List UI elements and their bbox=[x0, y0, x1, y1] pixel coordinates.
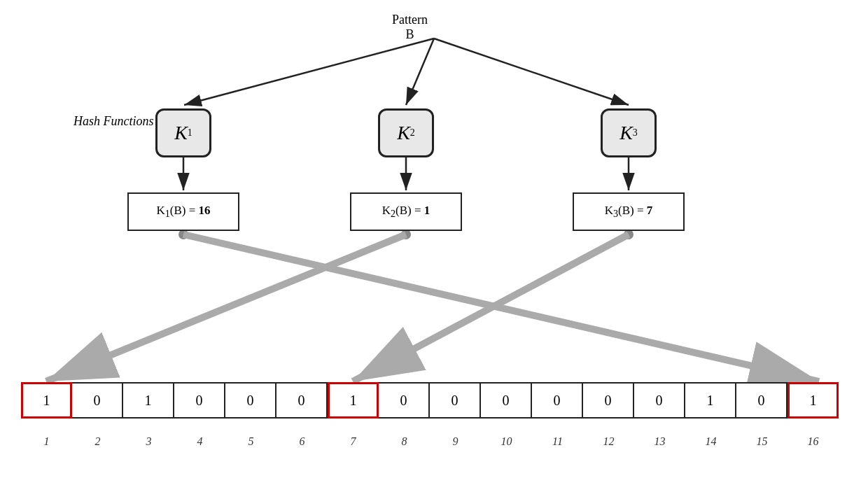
bit-cell-2: 0 bbox=[72, 382, 123, 419]
index-cell-10: 10 bbox=[481, 428, 532, 456]
bit-cell-15: 0 bbox=[736, 382, 788, 419]
index-cell-3: 3 bbox=[123, 428, 174, 456]
result-box-k3: K3(B) = 7 bbox=[573, 192, 685, 231]
pattern-text: Pattern bbox=[392, 13, 428, 27]
index-cell-7: 7 bbox=[328, 428, 379, 456]
svg-line-10 bbox=[46, 234, 406, 381]
hash-functions-label: Hash Functions bbox=[74, 114, 154, 129]
bit-array: 1010001000000101 bbox=[21, 382, 839, 419]
index-cell-15: 15 bbox=[736, 428, 788, 456]
svg-point-8 bbox=[624, 230, 634, 239]
index-cell-8: 8 bbox=[379, 428, 430, 456]
index-cell-2: 2 bbox=[72, 428, 123, 456]
svg-line-11 bbox=[353, 234, 629, 381]
index-cell-16: 16 bbox=[788, 428, 839, 456]
bit-cell-12: 0 bbox=[583, 382, 634, 419]
index-cell-14: 14 bbox=[685, 428, 736, 456]
svg-line-2 bbox=[434, 38, 629, 105]
result-box-k2: K2(B) = 1 bbox=[350, 192, 462, 231]
svg-line-0 bbox=[184, 38, 434, 105]
index-cell-9: 9 bbox=[430, 428, 481, 456]
svg-point-6 bbox=[178, 230, 188, 239]
pattern-value: B bbox=[392, 27, 428, 42]
index-cell-5: 5 bbox=[225, 428, 276, 456]
index-cell-4: 4 bbox=[174, 428, 225, 456]
svg-line-9 bbox=[183, 234, 819, 381]
bit-cell-11: 0 bbox=[532, 382, 583, 419]
bit-cell-9: 0 bbox=[430, 382, 481, 419]
bit-cell-16: 1 bbox=[788, 382, 839, 419]
pattern-label: Pattern B bbox=[392, 13, 428, 42]
index-cell-13: 13 bbox=[634, 428, 685, 456]
hash-box-k1: K1 bbox=[155, 108, 211, 157]
svg-point-7 bbox=[401, 230, 411, 239]
index-cell-1: 1 bbox=[21, 428, 72, 456]
bit-cell-5: 0 bbox=[225, 382, 276, 419]
bit-cell-14: 1 bbox=[685, 382, 736, 419]
bit-cell-1: 1 bbox=[21, 382, 72, 419]
bit-cell-10: 0 bbox=[481, 382, 532, 419]
bit-cell-6: 0 bbox=[276, 382, 328, 419]
bit-cell-7: 1 bbox=[328, 382, 379, 419]
index-cell-6: 6 bbox=[276, 428, 328, 456]
result-box-k1: K1(B) = 16 bbox=[127, 192, 239, 231]
index-cell-12: 12 bbox=[583, 428, 634, 456]
hash-box-k3: K3 bbox=[601, 108, 657, 157]
index-array: 12345678910111213141516 bbox=[21, 428, 839, 456]
bit-cell-3: 1 bbox=[123, 382, 174, 419]
diagram-container: Pattern B Hash Functions K1 K2 K3 K1(B) … bbox=[0, 0, 868, 485]
bit-cell-13: 0 bbox=[634, 382, 685, 419]
hash-box-k2: K2 bbox=[378, 108, 434, 157]
bit-cell-4: 0 bbox=[174, 382, 225, 419]
bit-cell-8: 0 bbox=[379, 382, 430, 419]
index-cell-11: 11 bbox=[532, 428, 583, 456]
svg-line-1 bbox=[406, 38, 434, 105]
